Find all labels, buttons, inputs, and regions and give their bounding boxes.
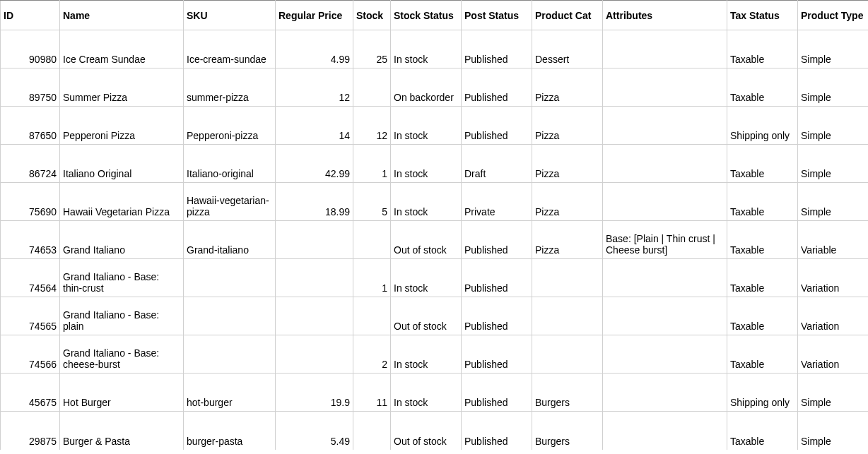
cell-attr	[603, 374, 727, 412]
cell-price	[276, 297, 353, 335]
cell-attr	[603, 68, 727, 107]
table-header: ID Name SKU Regular Price Stock Stock St…	[1, 1, 869, 30]
table-body: 90980Ice Cream SundaeIce-cream-sundae4.9…	[1, 30, 869, 450]
cell-sku: hot-burger	[184, 374, 276, 412]
cell-attr	[603, 107, 727, 145]
cell-poststatus: Draft	[462, 145, 532, 183]
cell-sku	[184, 259, 276, 297]
cell-price: 12	[276, 68, 353, 107]
header-name: Name	[60, 1, 184, 30]
cell-stockstatus: In stock	[391, 183, 462, 221]
cell-sku: Italiano-original	[184, 145, 276, 183]
cell-cat: Pizza	[532, 145, 603, 183]
cell-id: 74566	[1, 335, 60, 374]
cell-name: Grand Italiano - Base: cheese-burst	[60, 335, 184, 374]
header-id: ID	[1, 1, 60, 30]
cell-cat: Pizza	[532, 221, 603, 259]
cell-id: 87650	[1, 107, 60, 145]
cell-attr	[603, 412, 727, 450]
cell-stock	[353, 221, 391, 259]
cell-sku: Grand-italiano	[184, 221, 276, 259]
cell-cat: Pizza	[532, 183, 603, 221]
cell-price: 19.9	[276, 374, 353, 412]
cell-attr: Base: [Plain | Thin crust | Cheese burst…	[603, 221, 727, 259]
cell-id: 45675	[1, 374, 60, 412]
cell-stockstatus: Out of stock	[391, 221, 462, 259]
table-row: 74564Grand Italiano - Base: thin-crust1I…	[1, 259, 869, 297]
cell-stock: 1	[353, 259, 391, 297]
table-row: 74653Grand ItalianoGrand-italianoOut of …	[1, 221, 869, 259]
header-row: ID Name SKU Regular Price Stock Stock St…	[1, 1, 869, 30]
cell-price	[276, 259, 353, 297]
cell-stockstatus: In stock	[391, 107, 462, 145]
cell-type: Variable	[798, 221, 869, 259]
cell-stock	[353, 412, 391, 450]
cell-id: 90980	[1, 30, 60, 68]
cell-id: 74564	[1, 259, 60, 297]
cell-poststatus: Published	[462, 335, 532, 374]
cell-cat	[532, 259, 603, 297]
cell-sku: Pepperoni-pizza	[184, 107, 276, 145]
cell-stock: 25	[353, 30, 391, 68]
cell-name: Hot Burger	[60, 374, 184, 412]
cell-name: Summer Pizza	[60, 68, 184, 107]
header-attr: Attributes	[603, 1, 727, 30]
cell-attr	[603, 297, 727, 335]
table-row: 90980Ice Cream SundaeIce-cream-sundae4.9…	[1, 30, 869, 68]
cell-sku	[184, 297, 276, 335]
cell-poststatus: Published	[462, 259, 532, 297]
cell-stockstatus: In stock	[391, 374, 462, 412]
cell-tax: Taxable	[727, 412, 798, 450]
table-row: 87650Pepperoni PizzaPepperoni-pizza1412I…	[1, 107, 869, 145]
cell-attr	[603, 259, 727, 297]
cell-attr	[603, 145, 727, 183]
cell-tax: Taxable	[727, 259, 798, 297]
cell-type: Simple	[798, 412, 869, 450]
cell-stockstatus: Out of stock	[391, 297, 462, 335]
cell-name: Burger & Pasta	[60, 412, 184, 450]
cell-type: Variation	[798, 335, 869, 374]
table-row: 74566Grand Italiano - Base: cheese-burst…	[1, 335, 869, 374]
header-stockstatus: Stock Status	[391, 1, 462, 30]
cell-stockstatus: In stock	[391, 335, 462, 374]
cell-poststatus: Published	[462, 68, 532, 107]
cell-stock: 2	[353, 335, 391, 374]
cell-sku	[184, 335, 276, 374]
cell-tax: Shipping only	[727, 374, 798, 412]
cell-sku: summer-pizza	[184, 68, 276, 107]
cell-type: Simple	[798, 68, 869, 107]
cell-stockstatus: In stock	[391, 145, 462, 183]
cell-id: 86724	[1, 145, 60, 183]
header-price: Regular Price	[276, 1, 353, 30]
cell-id: 74565	[1, 297, 60, 335]
cell-id: 75690	[1, 183, 60, 221]
cell-tax: Shipping only	[727, 107, 798, 145]
cell-type: Simple	[798, 145, 869, 183]
cell-cat: Pizza	[532, 68, 603, 107]
header-cat: Product Cat	[532, 1, 603, 30]
header-tax: Tax Status	[727, 1, 798, 30]
cell-tax: Taxable	[727, 183, 798, 221]
cell-poststatus: Published	[462, 412, 532, 450]
table-row: 74565Grand Italiano - Base: plainOut of …	[1, 297, 869, 335]
cell-name: Grand Italiano - Base: thin-crust	[60, 259, 184, 297]
table-row: 75690Hawaii Vegetarian PizzaHawaii-veget…	[1, 183, 869, 221]
cell-stock: 1	[353, 145, 391, 183]
cell-poststatus: Published	[462, 30, 532, 68]
cell-stock	[353, 68, 391, 107]
cell-price: 42.99	[276, 145, 353, 183]
table-row: 86724Italiano OriginalItaliano-original4…	[1, 145, 869, 183]
header-type: Product Type	[798, 1, 869, 30]
cell-poststatus: Published	[462, 107, 532, 145]
cell-cat	[532, 297, 603, 335]
cell-type: Simple	[798, 30, 869, 68]
cell-type: Simple	[798, 183, 869, 221]
cell-price	[276, 335, 353, 374]
cell-sku: Hawaii-vegetarian-pizza	[184, 183, 276, 221]
cell-tax: Taxable	[727, 221, 798, 259]
cell-stock: 5	[353, 183, 391, 221]
cell-price: 5.49	[276, 412, 353, 450]
cell-poststatus: Published	[462, 221, 532, 259]
cell-poststatus: Published	[462, 297, 532, 335]
cell-price	[276, 221, 353, 259]
